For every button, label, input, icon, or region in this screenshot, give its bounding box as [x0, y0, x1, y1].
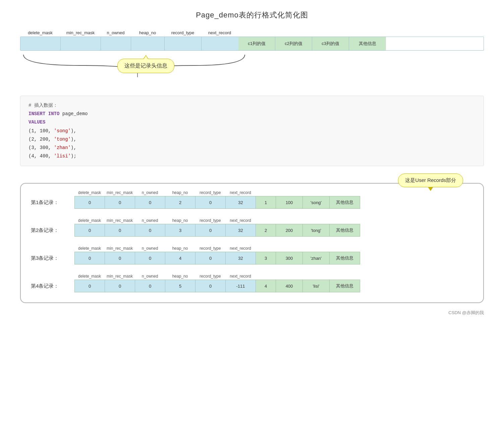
code-row-3: (3, 300, 'zhan'), — [29, 144, 475, 152]
r4-c2: 400 — [276, 280, 303, 292]
code-row-2: (2, 200, 'tong'), — [29, 135, 475, 144]
top-diagram: delete_mask min_rec_mask n_owned heap_no… — [20, 30, 484, 82]
rfl-delete-mask-1: delete_mask — [74, 190, 105, 195]
record-2-label: 第2条记录： — [31, 227, 74, 234]
r2-other: 其他信息 — [330, 224, 360, 236]
rfl-next-record-4: next_record — [225, 274, 256, 279]
field-label-heap-no: heap_no — [131, 30, 164, 35]
r2-c1: 2 — [256, 224, 276, 236]
r1-min-rec-mask: 0 — [105, 196, 135, 208]
footer: CSDN @赤脚的我 — [20, 310, 484, 316]
r4-next-record: -111 — [226, 280, 256, 292]
rfl-min-rec-mask-4: min_rec_mask — [105, 274, 135, 279]
r3-heap-no: 4 — [165, 252, 195, 264]
code-row-4: (4, 400, 'lisi'); — [29, 152, 475, 160]
rfl-record-type-3: record_type — [195, 246, 225, 251]
record-3-cells: 第3条记录： 0 0 0 4 0 32 3 300 'zhan' 其他信息 — [31, 252, 473, 264]
r1-heap-no: 2 — [165, 196, 195, 208]
r2-next-record: 32 — [226, 224, 256, 236]
r3-n-owned: 0 — [135, 252, 165, 264]
record-3-data: 0 0 0 4 0 32 3 300 'zhan' 其他信息 — [74, 252, 360, 264]
user-records-bubble: 这是User Records部分 — [398, 174, 463, 187]
rfl-delete-mask-2: delete_mask — [74, 218, 105, 223]
r3-c1: 3 — [256, 252, 276, 264]
r3-next-record: 32 — [226, 252, 256, 264]
r1-next-record: 32 — [226, 196, 256, 208]
code-block: # 插入数据： INSERT INTO page_demo VALUES (1,… — [20, 96, 484, 166]
rfl-heap-no-4: heap_no — [165, 274, 195, 279]
record-1-cells: 第1条记录： 0 0 0 2 0 32 1 100 'song' 其他信息 — [31, 196, 473, 209]
r2-heap-no: 3 — [165, 224, 195, 236]
record-row-4: delete_mask min_rec_mask n_owned heap_no… — [31, 274, 473, 292]
record-row-1: delete_mask min_rec_mask n_owned heap_no… — [31, 190, 473, 209]
rfl-min-rec-mask-2: min_rec_mask — [105, 218, 135, 223]
r2-c2: 200 — [276, 224, 303, 236]
record-2-cells: 第2条记录： 0 0 0 3 0 32 2 200 'tong' 其他信息 — [31, 224, 473, 237]
r4-n-owned: 0 — [135, 280, 165, 292]
r4-c3: 'lisi' — [303, 280, 330, 292]
rfl-n-owned-1: n_owned — [135, 190, 165, 195]
field-label-next-record: next_record — [201, 30, 238, 35]
rfl-heap-no-1: heap_no — [165, 190, 195, 195]
r4-min-rec-mask: 0 — [105, 280, 135, 292]
cell-other: 其他信息 — [349, 37, 386, 50]
cell-c1: c1列的值 — [238, 37, 275, 50]
cell-next-record — [202, 37, 238, 50]
field-label-min-rec-mask: min_rec_mask — [60, 30, 101, 35]
r2-record-type: 0 — [195, 224, 226, 236]
record-3-label: 第3条记录： — [31, 255, 74, 261]
rfl-record-type-1: record_type — [195, 190, 225, 195]
r4-record-type: 0 — [195, 280, 226, 292]
rfl-record-type-2: record_type — [195, 218, 225, 223]
cell-record-type — [165, 37, 202, 50]
record-4-field-labels: delete_mask min_rec_mask n_owned heap_no… — [31, 274, 473, 279]
record-1-field-labels: delete_mask min_rec_mask n_owned heap_no… — [31, 190, 473, 195]
brace-container: 这些是记录头信息 — [20, 52, 484, 82]
r1-c2: 100 — [276, 196, 303, 208]
field-label-record-type: record_type — [164, 30, 201, 35]
r2-n-owned: 0 — [135, 224, 165, 236]
cell-heap-no — [131, 37, 165, 50]
record-row-3: delete_mask min_rec_mask n_owned heap_no… — [31, 246, 473, 264]
record-1-data: 0 0 0 2 0 32 1 100 'song' 其他信息 — [74, 196, 360, 209]
record-4-data: 0 0 0 5 0 -111 4 400 'lisi' 其他信息 — [74, 280, 360, 292]
rfl-next-record-3: next_record — [225, 246, 256, 251]
record-row-2: delete_mask min_rec_mask n_owned heap_no… — [31, 218, 473, 237]
code-comment: # 插入数据： — [29, 101, 475, 110]
cell-c2: c2列的值 — [275, 37, 312, 50]
r2-c3: 'tong' — [303, 224, 330, 236]
field-labels-row: delete_mask min_rec_mask n_owned heap_no… — [20, 30, 484, 35]
rfl-n-owned-3: n_owned — [135, 246, 165, 251]
field-label-n-owned: n_owned — [101, 30, 131, 35]
brace-tooltip: 这些是记录头信息 — [117, 59, 174, 73]
r1-record-type: 0 — [195, 196, 226, 208]
r3-c2: 300 — [276, 252, 303, 264]
records-section: 这是User Records部分 delete_mask min_rec_mas… — [20, 183, 484, 303]
r2-delete-mask: 0 — [75, 224, 105, 236]
rfl-min-rec-mask-3: min_rec_mask — [105, 246, 135, 251]
rfl-record-type-4: record_type — [195, 274, 225, 279]
page-title: Page_demo表的行格式化简化图 — [20, 10, 484, 20]
rfl-min-rec-mask-1: min_rec_mask — [105, 190, 135, 195]
r3-c3: 'zhan' — [303, 252, 330, 264]
r2-min-rec-mask: 0 — [105, 224, 135, 236]
code-row-1: (1, 100, 'song'), — [29, 127, 475, 135]
cell-c3: c3列的值 — [312, 37, 349, 50]
record-3-field-labels: delete_mask min_rec_mask n_owned heap_no… — [31, 246, 473, 251]
cell-n-owned — [101, 37, 131, 50]
r3-delete-mask: 0 — [75, 252, 105, 264]
rfl-heap-no-3: heap_no — [165, 246, 195, 251]
r3-min-rec-mask: 0 — [105, 252, 135, 264]
r1-c1: 1 — [256, 196, 276, 208]
rfl-delete-mask-3: delete_mask — [74, 246, 105, 251]
rfl-n-owned-4: n_owned — [135, 274, 165, 279]
record-2-data: 0 0 0 3 0 32 2 200 'tong' 其他信息 — [74, 224, 360, 237]
field-label-delete-mask: delete_mask — [20, 30, 60, 35]
r4-c1: 4 — [256, 280, 276, 292]
r3-other: 其他信息 — [330, 252, 360, 264]
r4-heap-no: 5 — [165, 280, 195, 292]
record-4-label: 第4条记录： — [31, 283, 74, 289]
rfl-heap-no-2: heap_no — [165, 218, 195, 223]
r1-n-owned: 0 — [135, 196, 165, 208]
code-values: VALUES — [29, 118, 475, 127]
